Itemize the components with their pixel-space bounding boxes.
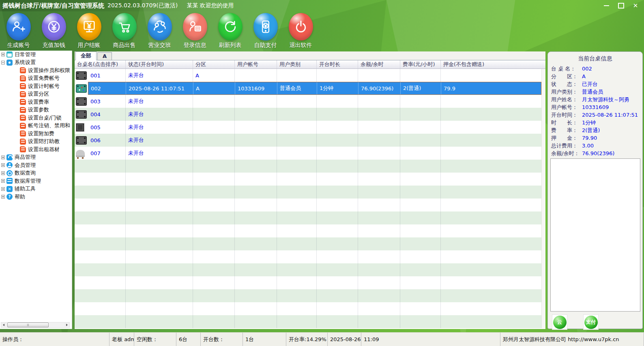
table-row[interactable]: 006 未开台 bbox=[75, 134, 541, 147]
generate-account-button[interactable]: 生成账号 bbox=[1, 13, 36, 51]
table-row[interactable] bbox=[75, 173, 541, 186]
login-info-button[interactable]: 登录信息 bbox=[177, 13, 213, 51]
tree-item[interactable]: 帮助 bbox=[0, 193, 72, 201]
table-row[interactable] bbox=[75, 263, 541, 276]
column-header-name[interactable]: 台桌名(点击排序) bbox=[75, 60, 126, 68]
column-header-deposit[interactable]: 押金(不包含赠送) bbox=[441, 60, 545, 68]
table-row[interactable] bbox=[75, 289, 541, 302]
info-field: 分 区： A bbox=[548, 73, 642, 80]
table-row[interactable] bbox=[75, 160, 541, 173]
tree-item-icon bbox=[20, 115, 26, 121]
tree-item[interactable]: 设置操作员和权限 bbox=[0, 66, 72, 75]
tree-item[interactable]: 设置台桌/门锁 bbox=[0, 114, 72, 122]
tree-item[interactable]: 会员管理 bbox=[0, 161, 72, 169]
tree-horizontal-scrollbar[interactable] bbox=[1, 322, 70, 328]
expander-icon[interactable] bbox=[1, 179, 5, 183]
column-header-zone[interactable]: 分区 bbox=[193, 60, 235, 68]
info-field-label: 用户类别： bbox=[551, 88, 582, 96]
column-header-duration[interactable]: 开台时长 bbox=[317, 60, 358, 68]
expander-icon[interactable] bbox=[1, 187, 5, 191]
info-field: 押 金： 79.90 bbox=[548, 134, 642, 142]
shift-change-button[interactable]: 营业交班 bbox=[142, 13, 177, 51]
tree-item[interactable]: 设置费率 bbox=[0, 98, 72, 106]
tree-item[interactable]: 设置陪打助教 bbox=[0, 138, 72, 146]
column-header-rate[interactable]: 费率(元/小时) bbox=[400, 60, 441, 68]
table-row[interactable]: 003 未开台 bbox=[75, 95, 541, 108]
close-icon[interactable]: ✕ bbox=[631, 1, 640, 10]
minimize-icon[interactable] bbox=[602, 1, 611, 10]
refresh-list-button[interactable]: 刷新列表 bbox=[213, 13, 248, 51]
table-row[interactable] bbox=[75, 250, 541, 263]
column-header-status[interactable]: 状态(开台时间) bbox=[126, 60, 193, 68]
cell-zone bbox=[193, 315, 235, 328]
tree-item[interactable]: 设置参数 bbox=[0, 106, 72, 114]
tree-item[interactable]: 设置免费帐号 bbox=[0, 75, 72, 83]
sell-goods-button[interactable]: 商品出售 bbox=[107, 13, 142, 51]
table-row[interactable]: 005 未开台 bbox=[75, 121, 541, 134]
status-cell bbox=[641, 333, 644, 346]
info-list-box bbox=[550, 158, 640, 312]
column-header-usertype[interactable]: 用户类别 bbox=[277, 60, 317, 68]
table-vertical-scrollbar[interactable] bbox=[541, 69, 545, 328]
scroll-left-icon[interactable] bbox=[1, 323, 6, 327]
cell-usertype bbox=[277, 224, 317, 237]
expander-icon[interactable] bbox=[1, 171, 5, 175]
tree-item[interactable]: 设置分区 bbox=[0, 90, 72, 98]
table-row[interactable] bbox=[75, 211, 541, 224]
self-pay-button[interactable]: 自助支付 bbox=[248, 13, 283, 51]
status-cell: 6台 bbox=[176, 333, 201, 346]
expander-icon[interactable] bbox=[1, 195, 5, 199]
column-header-account[interactable]: 用户帐号 bbox=[235, 60, 277, 68]
cell-balance bbox=[358, 173, 400, 186]
tree-item[interactable]: 设置附加费 bbox=[0, 130, 72, 138]
column-header-balance[interactable]: 余额/余时 bbox=[358, 60, 400, 68]
recharge-button[interactable]: 充值加钱 bbox=[36, 13, 71, 51]
user-checkout-button[interactable]: 用户结账 bbox=[71, 13, 107, 51]
table-row[interactable] bbox=[75, 237, 541, 250]
maximize-icon[interactable] bbox=[616, 1, 625, 10]
cell-table-name: 006 bbox=[88, 134, 126, 147]
zone-tab[interactable]: 全部 bbox=[75, 51, 97, 60]
table-row[interactable]: 002 2025-08-26 11:07:51 A 10331609 普通会员 … bbox=[75, 82, 541, 95]
tree-item[interactable]: 数据库管理 bbox=[0, 177, 72, 185]
table-row[interactable]: 001 未开台 A bbox=[75, 69, 541, 82]
zone-tab[interactable]: A bbox=[97, 52, 112, 60]
cell-rate bbox=[400, 302, 441, 315]
tree-item[interactable]: 帐号注销、禁用和 bbox=[0, 122, 72, 130]
table-row[interactable] bbox=[75, 199, 541, 211]
tree-item[interactable]: 数据查询 bbox=[0, 169, 72, 177]
table-row[interactable] bbox=[75, 315, 541, 328]
tree-item[interactable]: 日常管理 bbox=[0, 51, 72, 59]
table-row[interactable] bbox=[75, 186, 541, 199]
table-row[interactable] bbox=[75, 276, 541, 289]
scrollbar-thumb[interactable] bbox=[7, 323, 49, 327]
expander-icon[interactable] bbox=[1, 53, 5, 56]
cell-duration bbox=[317, 134, 358, 147]
cell-duration bbox=[317, 173, 358, 186]
expander-icon[interactable] bbox=[1, 156, 5, 159]
cell-rate bbox=[400, 224, 441, 237]
table-type-icon bbox=[76, 84, 87, 93]
exit-software-button[interactable]: 退出软件 bbox=[283, 13, 318, 51]
table-row[interactable] bbox=[75, 224, 541, 237]
info-field-value: A bbox=[582, 73, 586, 79]
expander-icon[interactable] bbox=[1, 61, 5, 64]
cell-usertype bbox=[277, 186, 317, 199]
tree-item[interactable]: 系统设置 bbox=[0, 59, 72, 67]
pay-button[interactable]: 支付 bbox=[583, 314, 599, 330]
expander-icon[interactable] bbox=[1, 163, 5, 167]
cell-deposit bbox=[441, 108, 541, 121]
tree-item[interactable]: 设置出租器材 bbox=[0, 145, 72, 154]
tree-item[interactable]: 辅助工具 bbox=[0, 185, 72, 193]
table-row[interactable] bbox=[75, 302, 541, 315]
checkout-monitor-icon bbox=[77, 13, 101, 41]
cell-deposit bbox=[441, 237, 541, 250]
table-row[interactable]: 007 未开台 bbox=[75, 147, 541, 160]
table-row[interactable]: 004 未开台 bbox=[75, 108, 541, 121]
cloud-button[interactable]: 云 bbox=[552, 314, 567, 330]
tree-item[interactable]: 设置计时帐号 bbox=[0, 82, 72, 90]
table-icon-cell bbox=[75, 95, 88, 108]
tree-item[interactable]: 商品管理 bbox=[0, 154, 72, 162]
scroll-right-icon[interactable] bbox=[64, 323, 69, 327]
cell-usertype bbox=[277, 289, 317, 302]
